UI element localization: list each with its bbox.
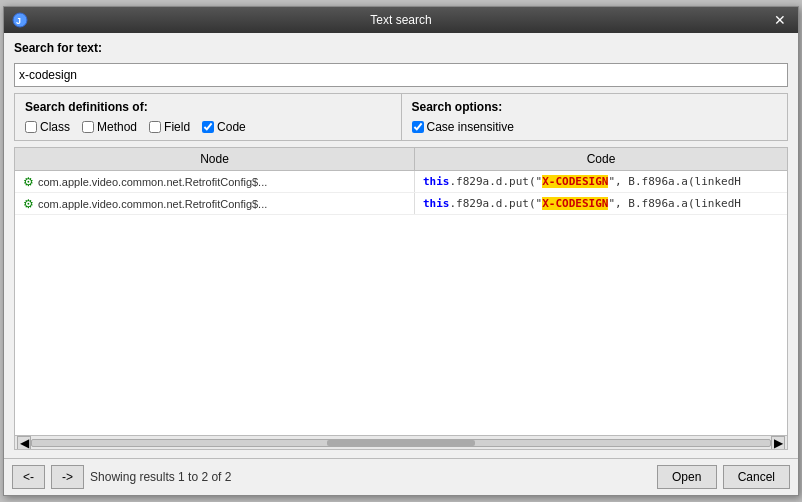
table-header: Node Code [15, 148, 787, 171]
bottom-bar: <- -> Showing results 1 to 2 of 2 Open C… [4, 458, 798, 495]
col-node-header: Node [15, 148, 415, 170]
cell-node-1: ⚙ com.apple.video.common.net.RetrofitCon… [15, 193, 415, 214]
results-table: Node Code ⚙ com.apple.video.common.net.R… [14, 147, 788, 450]
cancel-button[interactable]: Cancel [723, 465, 790, 489]
action-buttons: Open Cancel [657, 465, 790, 489]
open-button[interactable]: Open [657, 465, 717, 489]
checkbox-code-input[interactable] [202, 121, 214, 133]
cell-code-0: this.f829a.d.put("X-CODESIGN", B.f896a.a… [415, 171, 787, 192]
search-definitions-title: Search definitions of: [25, 100, 391, 114]
code-method-0: .f829a.d.put( [450, 175, 536, 188]
code-highlight-0: X-CODESIGN [542, 175, 608, 188]
node-text-1: com.apple.video.common.net.RetrofitConfi… [38, 198, 267, 210]
search-for-label: Search for text: [14, 41, 788, 55]
checkbox-method-input[interactable] [82, 121, 94, 133]
checkbox-class[interactable]: Class [25, 120, 70, 134]
table-body: ⚙ com.apple.video.common.net.RetrofitCon… [15, 171, 787, 435]
code-suffix-0: , B.f896a.a(linkedH [615, 175, 741, 188]
search-options-checkboxes: Case insensitive [412, 120, 778, 134]
search-definitions-checkboxes: Class Method Field Code [25, 120, 391, 134]
search-options-group: Search options: Case insensitive [402, 94, 788, 140]
search-definitions-group: Search definitions of: Class Method Fiel… [15, 94, 402, 140]
text-search-dialog: J Text search ✕ Search for text: Search … [3, 6, 799, 496]
code-keyword-1: this [423, 197, 450, 210]
app-icon: J [12, 12, 28, 28]
code-suffix-1: , B.f896a.a(linkedH [615, 197, 741, 210]
checkbox-case-insensitive[interactable]: Case insensitive [412, 120, 514, 134]
close-button[interactable]: ✕ [770, 13, 790, 27]
status-text: Showing results 1 to 2 of 2 [90, 470, 651, 484]
next-button[interactable]: -> [51, 465, 84, 489]
node-icon-0: ⚙ [23, 175, 34, 189]
checkbox-method[interactable]: Method [82, 120, 137, 134]
search-input[interactable] [14, 63, 788, 87]
code-quote-close-0: " [608, 175, 615, 188]
cell-node-0: ⚙ com.apple.video.common.net.RetrofitCon… [15, 171, 415, 192]
code-keyword-0: this [423, 175, 450, 188]
code-quote-open-0: " [536, 175, 543, 188]
checkbox-class-input[interactable] [25, 121, 37, 133]
scroll-left-btn[interactable]: ◀ [17, 436, 31, 450]
table-row[interactable]: ⚙ com.apple.video.common.net.RetrofitCon… [15, 193, 787, 215]
table-row[interactable]: ⚙ com.apple.video.common.net.RetrofitCon… [15, 171, 787, 193]
code-method-1: .f829a.d.put( [450, 197, 536, 210]
code-highlight-1: X-CODESIGN [542, 197, 608, 210]
search-options-title: Search options: [412, 100, 778, 114]
svg-text:J: J [16, 16, 21, 26]
checkbox-field-input[interactable] [149, 121, 161, 133]
code-quote-close-1: " [608, 197, 615, 210]
checkbox-code-label: Code [217, 120, 246, 134]
options-row: Search definitions of: Class Method Fiel… [14, 93, 788, 141]
node-icon-1: ⚙ [23, 197, 34, 211]
checkbox-case-input[interactable] [412, 121, 424, 133]
dialog-content: Search for text: Search definitions of: … [4, 33, 798, 458]
title-bar: J Text search ✕ [4, 7, 798, 33]
dialog-title: Text search [12, 13, 790, 27]
col-code-header: Code [415, 148, 787, 170]
code-quote-open-1: " [536, 197, 543, 210]
node-text-0: com.apple.video.common.net.RetrofitConfi… [38, 176, 267, 188]
checkbox-field[interactable]: Field [149, 120, 190, 134]
checkbox-method-label: Method [97, 120, 137, 134]
scrollbar-track[interactable] [31, 439, 771, 447]
prev-button[interactable]: <- [12, 465, 45, 489]
cell-code-1: this.f829a.d.put("X-CODESIGN", B.f896a.a… [415, 193, 787, 214]
checkbox-field-label: Field [164, 120, 190, 134]
checkbox-case-label: Case insensitive [427, 120, 514, 134]
horizontal-scrollbar[interactable]: ◀ ▶ [15, 435, 787, 449]
checkbox-class-label: Class [40, 120, 70, 134]
checkbox-code[interactable]: Code [202, 120, 246, 134]
scrollbar-thumb[interactable] [327, 440, 475, 446]
scroll-right-btn[interactable]: ▶ [771, 436, 785, 450]
